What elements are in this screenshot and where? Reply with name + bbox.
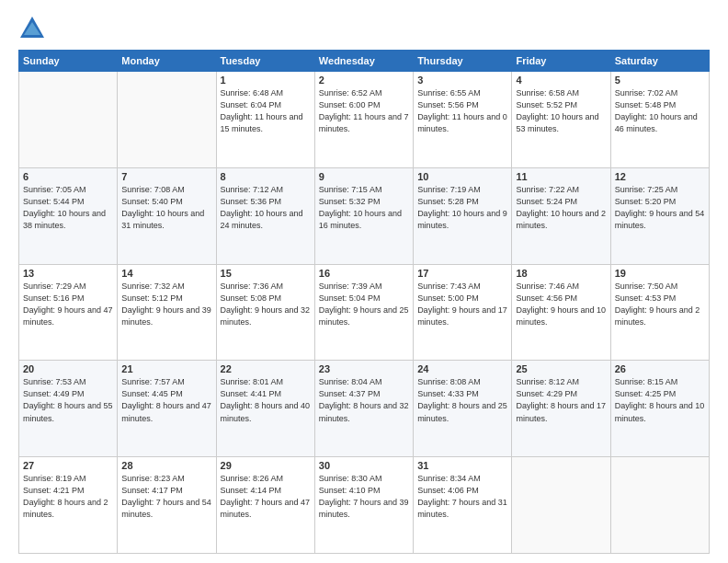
cell-content: Sunrise: 7:08 AM Sunset: 5:40 PM Dayligh… (121, 184, 211, 232)
weekday-header-saturday: Saturday (610, 51, 709, 72)
calendar-cell: 4Sunrise: 6:58 AM Sunset: 5:52 PM Daylig… (512, 72, 610, 168)
cell-content: Sunrise: 6:55 AM Sunset: 5:56 PM Dayligh… (417, 87, 507, 135)
calendar-cell: 28Sunrise: 8:23 AM Sunset: 4:17 PM Dayli… (118, 457, 216, 554)
calendar-cell: 6Sunrise: 7:05 AM Sunset: 5:44 PM Daylig… (19, 167, 118, 264)
calendar-cell: 24Sunrise: 8:08 AM Sunset: 4:33 PM Dayli… (414, 361, 512, 457)
calendar-cell: 14Sunrise: 7:32 AM Sunset: 5:12 PM Dayli… (118, 264, 216, 361)
weekday-header-thursday: Thursday (414, 51, 512, 72)
calendar-cell: 7Sunrise: 7:08 AM Sunset: 5:40 PM Daylig… (118, 167, 216, 264)
calendar-cell: 8Sunrise: 7:12 AM Sunset: 5:36 PM Daylig… (216, 167, 314, 264)
day-number: 14 (121, 268, 211, 279)
cell-content: Sunrise: 6:52 AM Sunset: 6:00 PM Dayligh… (319, 87, 409, 135)
calendar-cell: 30Sunrise: 8:30 AM Sunset: 4:10 PM Dayli… (314, 457, 413, 554)
calendar-cell: 10Sunrise: 7:19 AM Sunset: 5:28 PM Dayli… (414, 167, 512, 264)
weekday-header-friday: Friday (512, 51, 610, 72)
day-number: 9 (319, 171, 409, 182)
day-number: 18 (516, 268, 606, 279)
day-number: 24 (417, 363, 507, 374)
calendar: SundayMondayTuesdayWednesdayThursdayFrid… (18, 50, 710, 554)
calendar-cell: 27Sunrise: 8:19 AM Sunset: 4:21 PM Dayli… (19, 457, 118, 554)
week-row-4: 20Sunrise: 7:53 AM Sunset: 4:49 PM Dayli… (19, 361, 710, 457)
calendar-cell: 2Sunrise: 6:52 AM Sunset: 6:00 PM Daylig… (314, 72, 413, 168)
cell-content: Sunrise: 7:46 AM Sunset: 4:56 PM Dayligh… (516, 281, 606, 328)
cell-content: Sunrise: 7:43 AM Sunset: 5:00 PM Dayligh… (417, 281, 507, 328)
calendar-cell: 13Sunrise: 7:29 AM Sunset: 5:16 PM Dayli… (19, 264, 118, 361)
weekday-header-wednesday: Wednesday (314, 51, 413, 72)
cell-content: Sunrise: 7:05 AM Sunset: 5:44 PM Dayligh… (23, 184, 113, 232)
cell-content: Sunrise: 8:12 AM Sunset: 4:29 PM Dayligh… (516, 376, 606, 424)
calendar-cell: 16Sunrise: 7:39 AM Sunset: 5:04 PM Dayli… (314, 264, 413, 361)
weekday-header-monday: Monday (118, 51, 216, 72)
weekday-header-tuesday: Tuesday (216, 51, 314, 72)
cell-content: Sunrise: 7:02 AM Sunset: 5:48 PM Dayligh… (615, 87, 705, 135)
cell-content: Sunrise: 7:39 AM Sunset: 5:04 PM Dayligh… (319, 281, 409, 328)
cell-content: Sunrise: 6:48 AM Sunset: 6:04 PM Dayligh… (221, 87, 311, 135)
day-number: 17 (417, 268, 507, 279)
cell-content: Sunrise: 7:15 AM Sunset: 5:32 PM Dayligh… (319, 184, 409, 232)
calendar-cell: 19Sunrise: 7:50 AM Sunset: 4:53 PM Dayli… (610, 264, 709, 361)
calendar-cell: 9Sunrise: 7:15 AM Sunset: 5:32 PM Daylig… (314, 167, 413, 264)
cell-content: Sunrise: 7:57 AM Sunset: 4:45 PM Dayligh… (121, 376, 211, 424)
header (18, 15, 710, 42)
calendar-cell: 26Sunrise: 8:15 AM Sunset: 4:25 PM Dayli… (610, 361, 709, 457)
logo-icon (18, 15, 46, 42)
day-number: 13 (23, 268, 113, 279)
day-number: 2 (319, 75, 409, 86)
day-number: 21 (121, 363, 211, 374)
cell-content: Sunrise: 7:50 AM Sunset: 4:53 PM Dayligh… (615, 281, 705, 328)
calendar-cell: 23Sunrise: 8:04 AM Sunset: 4:37 PM Dayli… (314, 361, 413, 457)
calendar-cell: 20Sunrise: 7:53 AM Sunset: 4:49 PM Dayli… (19, 361, 118, 457)
cell-content: Sunrise: 8:23 AM Sunset: 4:17 PM Dayligh… (121, 473, 211, 521)
calendar-cell: 25Sunrise: 8:12 AM Sunset: 4:29 PM Dayli… (512, 361, 610, 457)
calendar-cell (512, 457, 610, 554)
weekday-header-row: SundayMondayTuesdayWednesdayThursdayFrid… (19, 51, 710, 72)
day-number: 27 (23, 460, 113, 471)
day-number: 23 (319, 363, 409, 374)
cell-content: Sunrise: 6:58 AM Sunset: 5:52 PM Dayligh… (516, 87, 606, 135)
day-number: 10 (417, 171, 507, 182)
cell-content: Sunrise: 7:25 AM Sunset: 5:20 PM Dayligh… (615, 184, 705, 232)
cell-content: Sunrise: 7:36 AM Sunset: 5:08 PM Dayligh… (221, 281, 311, 328)
day-number: 7 (121, 171, 211, 182)
calendar-cell: 31Sunrise: 8:34 AM Sunset: 4:06 PM Dayli… (414, 457, 512, 554)
day-number: 3 (417, 75, 507, 86)
calendar-cell: 21Sunrise: 7:57 AM Sunset: 4:45 PM Dayli… (118, 361, 216, 457)
day-number: 22 (221, 363, 311, 374)
logo (18, 15, 50, 42)
day-number: 29 (221, 460, 311, 471)
cell-content: Sunrise: 8:01 AM Sunset: 4:41 PM Dayligh… (221, 376, 311, 424)
calendar-cell (19, 72, 118, 168)
calendar-cell: 3Sunrise: 6:55 AM Sunset: 5:56 PM Daylig… (414, 72, 512, 168)
cell-content: Sunrise: 8:26 AM Sunset: 4:14 PM Dayligh… (221, 473, 311, 521)
cell-content: Sunrise: 7:12 AM Sunset: 5:36 PM Dayligh… (221, 184, 311, 232)
calendar-cell: 1Sunrise: 6:48 AM Sunset: 6:04 PM Daylig… (216, 72, 314, 168)
calendar-cell (118, 72, 216, 168)
calendar-cell: 17Sunrise: 7:43 AM Sunset: 5:00 PM Dayli… (414, 264, 512, 361)
cell-content: Sunrise: 8:15 AM Sunset: 4:25 PM Dayligh… (615, 376, 705, 424)
calendar-cell: 18Sunrise: 7:46 AM Sunset: 4:56 PM Dayli… (512, 264, 610, 361)
cell-content: Sunrise: 8:30 AM Sunset: 4:10 PM Dayligh… (319, 473, 409, 521)
day-number: 20 (23, 363, 113, 374)
calendar-cell: 12Sunrise: 7:25 AM Sunset: 5:20 PM Dayli… (610, 167, 709, 264)
day-number: 26 (615, 363, 705, 374)
cell-content: Sunrise: 7:19 AM Sunset: 5:28 PM Dayligh… (417, 184, 507, 232)
day-number: 16 (319, 268, 409, 279)
cell-content: Sunrise: 7:29 AM Sunset: 5:16 PM Dayligh… (23, 281, 113, 328)
cell-content: Sunrise: 8:04 AM Sunset: 4:37 PM Dayligh… (319, 376, 409, 424)
day-number: 1 (221, 75, 311, 86)
cell-content: Sunrise: 8:08 AM Sunset: 4:33 PM Dayligh… (417, 376, 507, 424)
day-number: 15 (221, 268, 311, 279)
cell-content: Sunrise: 8:19 AM Sunset: 4:21 PM Dayligh… (23, 473, 113, 521)
day-number: 11 (516, 171, 606, 182)
day-number: 6 (23, 171, 113, 182)
calendar-cell (610, 457, 709, 554)
day-number: 25 (516, 363, 606, 374)
day-number: 8 (221, 171, 311, 182)
page: SundayMondayTuesdayWednesdayThursdayFrid… (0, 0, 728, 563)
day-number: 28 (121, 460, 211, 471)
day-number: 12 (615, 171, 705, 182)
day-number: 19 (615, 268, 705, 279)
week-row-5: 27Sunrise: 8:19 AM Sunset: 4:21 PM Dayli… (19, 457, 710, 554)
calendar-cell: 22Sunrise: 8:01 AM Sunset: 4:41 PM Dayli… (216, 361, 314, 457)
calendar-cell: 29Sunrise: 8:26 AM Sunset: 4:14 PM Dayli… (216, 457, 314, 554)
